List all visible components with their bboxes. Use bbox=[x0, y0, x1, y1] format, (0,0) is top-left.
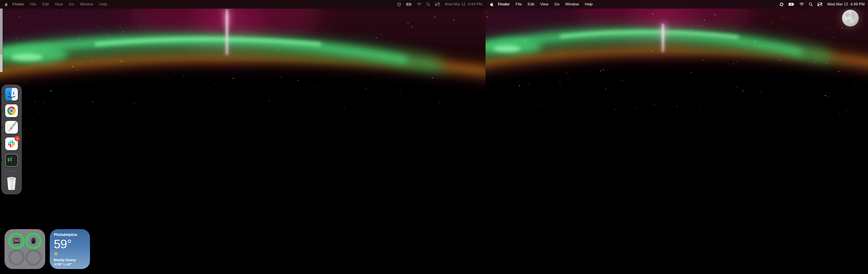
menubar-time: 4:49 PM bbox=[468, 2, 482, 6]
weather-high-low: H:59° L:42° bbox=[54, 262, 90, 266]
menu-view[interactable]: View bbox=[537, 2, 552, 6]
sunburst-icon[interactable] bbox=[779, 2, 784, 6]
menu-edit[interactable]: Edit bbox=[39, 2, 52, 6]
desktop: Finder File Edit View Go Window Help bbox=[0, 0, 868, 274]
menu-app-name[interactable]: Finder bbox=[495, 2, 513, 6]
battery-ring-laptop bbox=[8, 233, 25, 249]
menubar-date: Wed Mar 12 bbox=[445, 2, 465, 6]
battery-ring-empty bbox=[8, 249, 25, 266]
running-indicator bbox=[1, 160, 2, 161]
menubar-date: Wed Mar 12 bbox=[827, 2, 848, 6]
battery-charging-icon[interactable] bbox=[788, 3, 795, 6]
search-icon[interactable] bbox=[809, 2, 813, 6]
menu-window[interactable]: Window bbox=[77, 2, 96, 6]
dock-chrome-icon[interactable] bbox=[5, 104, 18, 117]
background-window-edge[interactable] bbox=[0, 6, 2, 72]
dock-slack-icon[interactable] bbox=[5, 137, 18, 150]
background-window-edge-top[interactable] bbox=[0, 6, 3, 54]
apple-menu[interactable] bbox=[486, 0, 495, 9]
menubar-right-status: Wed Mar 12 4:49 PM bbox=[779, 0, 868, 9]
control-center-icon[interactable] bbox=[817, 2, 822, 6]
running-indicator bbox=[1, 93, 2, 95]
menubar-left-status: Wed Mar 12 4:49 PM bbox=[397, 0, 486, 9]
menubar-right: Finder File Edit View Go Window Help bbox=[486, 0, 868, 9]
slack-notification-badge bbox=[14, 136, 20, 141]
menu-help[interactable]: Help bbox=[96, 2, 110, 6]
control-center-icon[interactable] bbox=[435, 2, 440, 6]
weather-temperature: 59° bbox=[54, 238, 90, 250]
menu-edit[interactable]: Edit bbox=[525, 2, 537, 6]
dock-trash-icon[interactable] bbox=[5, 175, 18, 190]
menu-window[interactable]: Window bbox=[562, 2, 582, 6]
display-right: Finder File Edit View Go Window Help bbox=[486, 0, 868, 274]
menubar-left: Finder File Edit View Go Window Help bbox=[0, 0, 486, 9]
menubar-clock[interactable]: Wed Mar 12 4:49 PM bbox=[445, 2, 482, 6]
dock-terminal-icon[interactable]: $ bbox=[5, 154, 18, 167]
apple-menu[interactable] bbox=[0, 0, 9, 9]
background-window-edge-bottom[interactable] bbox=[0, 54, 3, 72]
sunburst-icon[interactable] bbox=[397, 2, 401, 6]
menubar-clock[interactable]: Wed Mar 12 4:49 PM bbox=[827, 2, 865, 6]
battery-ring-mouse bbox=[25, 233, 41, 249]
weather-city: Philadelphia bbox=[54, 232, 90, 237]
menu-go[interactable]: Go bbox=[66, 2, 77, 6]
weather-widget[interactable]: Philadelphia 59° Mostly Sunny H:59° L:42… bbox=[50, 229, 90, 269]
wifi-icon[interactable] bbox=[799, 2, 804, 6]
moon bbox=[842, 10, 859, 27]
batteries-widget[interactable] bbox=[4, 229, 45, 269]
menu-go[interactable]: Go bbox=[551, 2, 562, 6]
dock-finder-icon[interactable] bbox=[5, 88, 18, 101]
running-indicator bbox=[1, 110, 2, 112]
display-left: Finder File Edit View Go Window Help bbox=[0, 0, 486, 274]
battery-charging-icon[interactable] bbox=[406, 3, 412, 6]
search-icon[interactable] bbox=[426, 2, 430, 6]
mouse-icon bbox=[31, 238, 36, 244]
dock-notes-icon[interactable] bbox=[5, 121, 18, 134]
menu-file[interactable]: File bbox=[27, 2, 39, 6]
menubar-right-menus: Finder File Edit View Go Window Help bbox=[486, 0, 596, 9]
menubar-left-menus: Finder File Edit View Go Window Help bbox=[0, 0, 110, 9]
sun-icon bbox=[54, 252, 90, 257]
menu-view[interactable]: View bbox=[52, 2, 66, 6]
running-indicator bbox=[1, 127, 2, 128]
menu-file[interactable]: File bbox=[513, 2, 525, 6]
laptop-icon bbox=[13, 238, 20, 244]
terminal-prompt: $ bbox=[7, 157, 10, 162]
weather-condition: Mostly Sunny bbox=[54, 258, 90, 262]
menubar-time: 4:49 PM bbox=[850, 2, 865, 6]
badge-dot bbox=[17, 138, 18, 139]
wifi-icon[interactable] bbox=[417, 2, 422, 6]
dock: $ bbox=[1, 85, 22, 194]
wallpaper-right bbox=[486, 0, 868, 274]
menu-app-name[interactable]: Finder bbox=[9, 2, 27, 6]
running-indicator bbox=[1, 143, 2, 145]
menu-help[interactable]: Help bbox=[582, 2, 596, 6]
battery-ring-empty bbox=[25, 249, 41, 266]
